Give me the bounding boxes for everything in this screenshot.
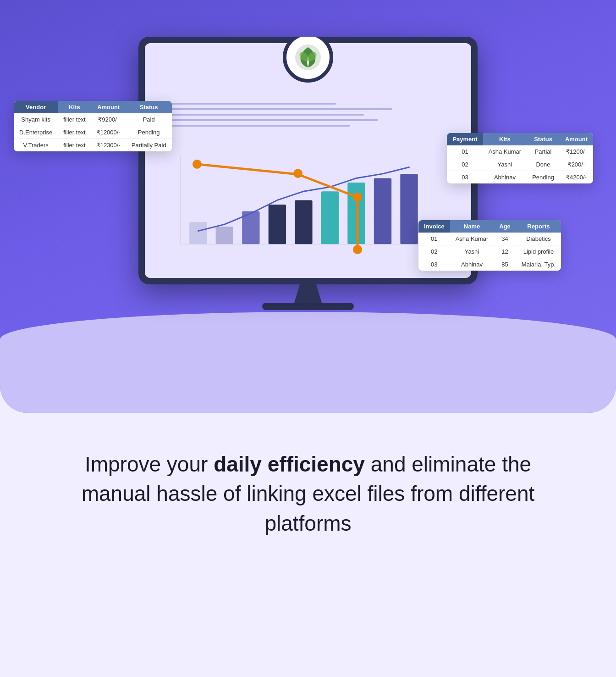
payment-table-row: 02YashiDone₹200/- (447, 158, 593, 171)
vendor-table: Vendor Kits Amount Status Shyam kitsfill… (14, 101, 172, 151)
screen-line-3 (168, 114, 364, 116)
invoice-table-row: 01Asha Kumar34Diabetics (418, 233, 561, 245)
invoice-col-age: Age (494, 220, 516, 233)
invoice-cell-0: 03 (418, 258, 450, 271)
invoice-table: Invoice Name Age Reports 01Asha Kumar34D… (418, 220, 561, 271)
invoice-cell-3: Lipid profile (516, 245, 561, 258)
vendor-cell-0: V.Traders (14, 139, 58, 152)
vendor-cell-2: ₹12300/- (91, 139, 126, 152)
ground-decoration (0, 312, 616, 413)
vendor-table-row: V.Tradersfiller text₹12300/-Partially Pa… (14, 139, 172, 152)
invoice-cell-3: Malaria, Typ. (516, 258, 561, 271)
vendor-cell-1: filler text (58, 139, 91, 152)
payment-table-row: 03AbhinavPending₹4200/- (447, 171, 593, 184)
vendor-cell-0: Shyam kits (14, 113, 58, 126)
payment-cell-0: 02 (447, 158, 483, 171)
svg-rect-7 (189, 222, 207, 244)
payment-table-row: 01Asha KumarPartial₹1200/- (447, 145, 593, 158)
bottom-section: Improve your daily efficiency and elimin… (0, 413, 616, 566)
vendor-cell-3: Pending (126, 126, 172, 139)
svg-rect-10 (269, 205, 286, 244)
top-section: Vendor Kits Amount Status Shyam kitsfill… (0, 0, 616, 413)
svg-rect-12 (321, 191, 339, 244)
chart-area (159, 140, 457, 269)
vendor-col-kits: Kits (58, 101, 91, 113)
svg-rect-15 (400, 174, 418, 244)
payment-col-status: Status (527, 133, 560, 145)
svg-rect-13 (347, 183, 365, 244)
invoice-cell-1: Abhinav (450, 258, 494, 271)
payment-cell-3: ₹4200/- (560, 171, 593, 184)
screen-line-1 (168, 103, 336, 105)
invoice-cell-0: 02 (418, 245, 450, 258)
invoice-cell-2: 34 (494, 233, 516, 245)
payment-table: Payment Kits Status Amount 01Asha KumarP… (447, 133, 593, 183)
payment-col-amount: Amount (560, 133, 593, 145)
invoice-table-row: 02Yashi12Lipid profile (418, 245, 561, 258)
payment-cell-2: Pending (527, 171, 560, 184)
vendor-cell-1: filler text (58, 113, 91, 126)
payment-cell-1: Asha Kumar (483, 145, 527, 158)
monitor-stand (294, 284, 322, 303)
vendor-col-amount: Amount (91, 101, 126, 113)
payment-cell-3: ₹1200/- (560, 145, 593, 158)
monitor-base (262, 303, 354, 310)
vendor-cell-3: Partially Paid (126, 139, 172, 152)
vendor-cell-2: ₹9200/- (91, 113, 126, 126)
screen-line-5 (168, 125, 350, 127)
svg-rect-8 (216, 227, 233, 244)
svg-rect-11 (295, 200, 312, 244)
invoice-cell-2: 12 (494, 245, 516, 258)
invoice-cell-3: Diabetics (516, 233, 561, 245)
payment-cell-2: Done (527, 158, 560, 171)
vendor-cell-3: Paid (126, 113, 172, 126)
bar-line-chart (159, 140, 457, 269)
logo-leaf-icon (294, 44, 322, 71)
invoice-cell-0: 01 (418, 233, 450, 245)
vendor-table-row: Shyam kitsfiller text₹9200/-Paid (14, 113, 172, 126)
vendor-cell-2: ₹12000/- (91, 126, 126, 139)
payment-cell-2: Partial (527, 145, 560, 158)
screen-line-2 (168, 108, 392, 110)
bottom-text-part1: Improve your (85, 452, 214, 476)
screen-line-4 (168, 119, 378, 121)
invoice-col-reports: Reports (516, 220, 561, 233)
vendor-table-row: D.Enterprisefiller text₹12000/-Pending (14, 126, 172, 139)
payment-cell-1: Abhinav (483, 171, 527, 184)
vendor-cell-1: filler text (58, 126, 91, 139)
payment-cell-0: 01 (447, 145, 483, 158)
invoice-table-row: 03Abhinav85Malaria, Typ. (418, 258, 561, 271)
invoice-cell-1: Yashi (450, 245, 494, 258)
vendor-col-vendor: Vendor (14, 101, 58, 113)
invoice-cell-1: Asha Kumar (450, 233, 494, 245)
invoice-cell-2: 85 (494, 258, 516, 271)
payment-col-kits: Kits (483, 133, 527, 145)
vendor-col-status: Status (126, 101, 172, 113)
vendor-cell-0: D.Enterprise (14, 126, 58, 139)
bottom-text-bold: daily efficiency (214, 452, 365, 476)
payment-cell-1: Yashi (483, 158, 527, 171)
svg-rect-14 (374, 178, 391, 244)
payment-cell-3: ₹200/- (560, 158, 593, 171)
payment-cell-0: 03 (447, 171, 483, 184)
invoice-col-name: Name (450, 220, 494, 233)
bottom-text: Improve your daily efficiency and elimin… (55, 449, 561, 538)
invoice-col-invoice: Invoice (418, 220, 450, 233)
screen-lines (168, 103, 448, 130)
payment-col-payment: Payment (447, 133, 483, 145)
